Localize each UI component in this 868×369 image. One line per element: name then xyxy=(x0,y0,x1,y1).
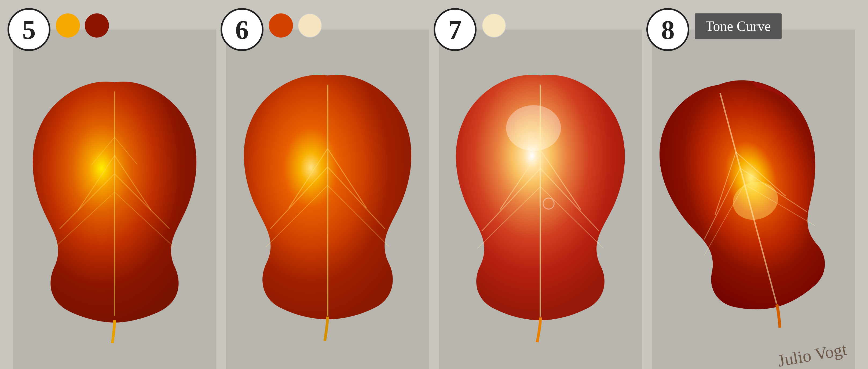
panel-8: 8 Tone Curve xyxy=(652,30,855,369)
panel-7: 7 xyxy=(439,30,642,369)
leaf-6-svg xyxy=(236,47,419,356)
color-dot-palecream xyxy=(482,13,506,37)
panel-5-badge: 5 xyxy=(7,8,51,51)
panel-8-badge: 8 xyxy=(646,8,689,51)
leaf-8-svg xyxy=(625,28,868,369)
panel-5: 5 xyxy=(13,30,216,369)
panel-7-color-dots xyxy=(482,13,506,37)
panel-6-badge: 6 xyxy=(221,8,264,51)
leaf-5-svg xyxy=(23,47,206,356)
color-dot-darkred xyxy=(85,13,109,37)
panel-6-color-dots xyxy=(269,13,322,37)
panel-5-color-dots xyxy=(56,13,109,37)
leaf-7-svg xyxy=(449,47,632,356)
panel-6-content xyxy=(226,30,429,369)
panels-container: 5 xyxy=(0,5,868,364)
color-dot-yellow xyxy=(56,13,80,37)
color-dot-cream xyxy=(298,13,322,37)
leaf-7-highlight xyxy=(506,105,561,151)
panel-7-badge: 7 xyxy=(434,8,476,51)
panel-5-content xyxy=(13,30,216,369)
color-dot-burntorange xyxy=(269,13,293,37)
tone-curve-label: Tone Curve xyxy=(695,13,781,39)
panel-6: 6 xyxy=(226,30,429,369)
panel-7-content xyxy=(439,30,642,369)
panel-8-content xyxy=(652,30,855,369)
